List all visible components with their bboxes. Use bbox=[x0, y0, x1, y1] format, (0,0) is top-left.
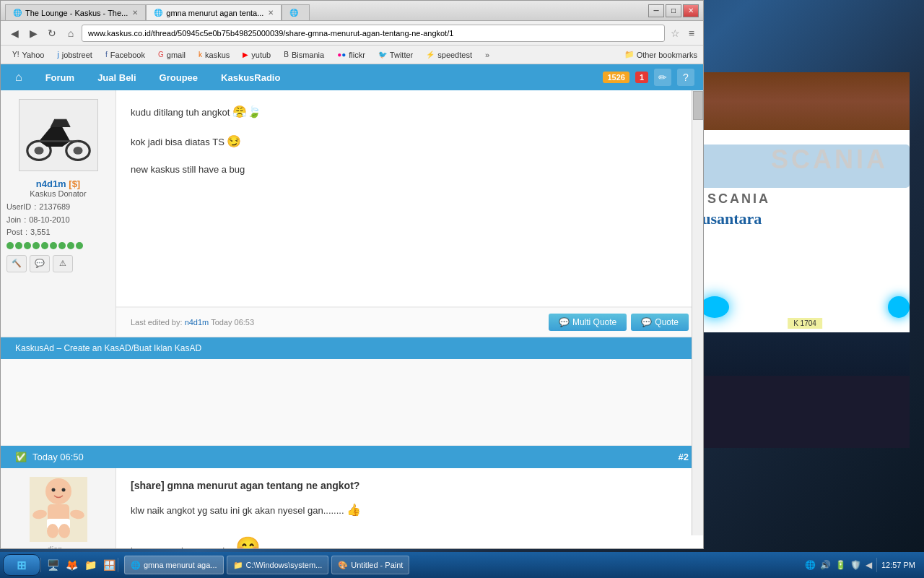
windows-icon[interactable]: 🪟 bbox=[100, 556, 118, 574]
taskbar-item-explorer[interactable]: 📁 C:\Windows\system... bbox=[227, 556, 329, 574]
kaskus-forum-link[interactable]: Forum bbox=[40, 69, 80, 86]
maximize-button[interactable]: □ bbox=[666, 4, 681, 17]
taskbar-item-paint[interactable]: 🎨 Untitled - Paint bbox=[331, 556, 409, 574]
main-content: n4d1m [$] Kaskus Donator UserID : 213768… bbox=[1, 90, 703, 548]
post1-body: kudu ditilang tuh angkot 😤🍃 kok jadi bis… bbox=[116, 90, 703, 307]
refresh-button[interactable]: ↻ bbox=[44, 25, 60, 41]
antivirus-tray-icon[interactable]: 🛡️ bbox=[850, 560, 861, 570]
yahoo-icon: Y! bbox=[12, 51, 19, 59]
tab-2[interactable]: 🌐 gmna menurut agan tenta... ✕ bbox=[146, 4, 282, 20]
battery-tray-icon[interactable]: 🔋 bbox=[835, 560, 846, 570]
svg-point-3 bbox=[34, 147, 43, 155]
tab1-icon: 🌐 bbox=[13, 9, 22, 17]
tab-3[interactable]: 🌐 bbox=[282, 4, 310, 20]
bookmark-speedtest[interactable]: ⚡ speedtest bbox=[420, 49, 478, 61]
flickr-icon: ●● bbox=[337, 51, 346, 59]
tray-separator bbox=[876, 558, 877, 572]
user-action-3[interactable]: ⚠ bbox=[53, 255, 73, 272]
tab2-close[interactable]: ✕ bbox=[268, 9, 274, 17]
taskbar: ⊞ 🖥️ 🦊 📁 🪟 🌐 gmna menurut aga... 📁 C:\Wi… bbox=[0, 552, 924, 578]
user-action-2[interactable]: 💬 bbox=[30, 255, 50, 272]
tray-arrow[interactable]: ◀ bbox=[866, 560, 872, 570]
user-action-buttons: 🔨 💬 ⚠ bbox=[6, 255, 110, 272]
user-rank: Kaskus Donator bbox=[6, 189, 110, 198]
post2-header: ✅ Today 06:50 #2 bbox=[1, 446, 703, 468]
rep-dot-2 bbox=[15, 242, 22, 249]
scrollbar-thumb[interactable] bbox=[693, 91, 703, 120]
tab2-icon: 🌐 bbox=[154, 9, 162, 17]
kasad-banner[interactable]: KaskusAd – Create an KasAD/Buat Iklan Ka… bbox=[1, 337, 703, 359]
help-button[interactable]: ? bbox=[677, 69, 694, 86]
post-editor-link[interactable]: n4d1m bbox=[185, 318, 209, 327]
scrollbar-track[interactable] bbox=[692, 90, 703, 535]
baby-avatar bbox=[30, 477, 87, 542]
bookmarks-bar: Y! Yahoo j jobstreet f Facebook G gmail … bbox=[1, 46, 703, 64]
post1-user-sidebar: n4d1m [$] Kaskus Donator UserID : 213768… bbox=[1, 90, 116, 337]
bookmark-star[interactable]: ☆ bbox=[668, 27, 683, 39]
tab-1[interactable]: 🌐 The Lounge - Kaskus - The... ✕ bbox=[5, 4, 146, 20]
kaskus-groupee-link[interactable]: Groupee bbox=[154, 69, 204, 86]
jobstreet-icon: j bbox=[57, 51, 58, 59]
show-desktop-icon[interactable]: 🖥️ bbox=[44, 556, 61, 574]
kaskus-home-button[interactable]: ⌂ bbox=[9, 68, 28, 87]
post1-footer: Last edited by: n4d1m Today 06:53 💬 Mult… bbox=[116, 307, 703, 337]
bookmark-bismania[interactable]: B Bismania bbox=[278, 49, 330, 61]
bookmark-gmail[interactable]: G gmail bbox=[152, 49, 191, 61]
bookmark-yahoo[interactable]: Y! Yahoo bbox=[6, 49, 50, 61]
post2-time-icon: ✅ bbox=[15, 452, 27, 462]
quick-launch-icons: 🖥️ 🦊 📁 🪟 bbox=[44, 556, 118, 574]
post2-user-sidebar: diep... bbox=[1, 468, 116, 548]
browser-task-icon: 🌐 bbox=[131, 561, 141, 570]
address-bar[interactable] bbox=[82, 25, 665, 42]
taskbar-item-browser[interactable]: 🌐 gmna menurut aga... bbox=[124, 556, 224, 574]
post-action-buttons: 💬 Multi Quote 💬 Quote bbox=[549, 314, 689, 331]
chrome-menu[interactable]: ≡ bbox=[686, 27, 697, 39]
back-button[interactable]: ◀ bbox=[6, 25, 22, 41]
paint-task-icon: 🎨 bbox=[338, 561, 348, 570]
bookmark-kaskus[interactable]: k kaskus bbox=[193, 49, 235, 61]
post1-text2: kok jadi bisa diatas TS 😏 bbox=[131, 131, 689, 152]
post2-time: Today 06:50 bbox=[32, 452, 84, 462]
bookmarks-more[interactable]: » bbox=[482, 49, 492, 61]
facebook-icon: f bbox=[105, 51, 108, 59]
forward-button[interactable]: ▶ bbox=[25, 25, 41, 41]
bookmark-facebook[interactable]: f Facebook bbox=[100, 49, 151, 61]
minimize-button[interactable]: ─ bbox=[648, 4, 664, 17]
rep-dot-4 bbox=[32, 242, 40, 249]
bookmark-flickr[interactable]: ●● flickr bbox=[331, 49, 371, 61]
user-info-block: n4d1m [$] Kaskus Donator UserID : 213768… bbox=[6, 178, 110, 272]
browser-window: 🌐 The Lounge - Kaskus - The... ✕ 🌐 gmna … bbox=[0, 0, 704, 549]
tab1-label: The Lounge - Kaskus - The... bbox=[25, 9, 128, 17]
other-bookmarks[interactable]: 📁 Other bookmarks bbox=[624, 50, 697, 59]
post1-text1: kudu ditilang tuh angkot 😤🍃 bbox=[131, 102, 689, 123]
folder-icon[interactable]: 📁 bbox=[82, 556, 99, 574]
bookmark-twitter[interactable]: 🐦 Twitter bbox=[372, 49, 419, 61]
tab1-close[interactable]: ✕ bbox=[132, 9, 138, 17]
quote-button[interactable]: 💬 Quote bbox=[631, 314, 689, 331]
rep-dot-1 bbox=[6, 242, 14, 249]
post2-body: [share] gmna menurut agan tentang ne ang… bbox=[116, 468, 703, 548]
emoji1: 😤🍃 bbox=[232, 105, 261, 118]
multiquote-button[interactable]: 💬 Multi Quote bbox=[549, 314, 627, 331]
close-button[interactable]: ✕ bbox=[683, 4, 699, 17]
rep-dot-8 bbox=[67, 242, 74, 249]
post2-text1: klw naik angkot yg satu ini gk akan nyes… bbox=[131, 500, 689, 521]
bookmark-yutub[interactable]: ▶ yutub bbox=[237, 49, 276, 61]
firefox-icon[interactable]: 🦊 bbox=[63, 556, 80, 574]
notification-count[interactable]: 1526 bbox=[603, 72, 629, 83]
svg-point-5 bbox=[45, 478, 71, 504]
rep-dot-7 bbox=[58, 242, 66, 249]
start-button[interactable]: ⊞ bbox=[3, 554, 40, 576]
content-area: n4d1m [$] Kaskus Donator UserID : 213768… bbox=[1, 90, 703, 548]
compose-button[interactable]: ✏ bbox=[654, 69, 671, 86]
bookmark-jobstreet[interactable]: j jobstreet bbox=[51, 49, 97, 61]
alert-badge[interactable]: 1 bbox=[635, 72, 648, 83]
post2-container: diep... [share] gmna menurut agan tentan… bbox=[1, 468, 703, 548]
network-tray-icon[interactable]: 🌐 bbox=[805, 560, 816, 570]
volume-tray-icon[interactable]: 🔊 bbox=[820, 560, 831, 570]
kaskus-radio-link[interactable]: KaskusRadio bbox=[215, 69, 286, 86]
home-button[interactable]: ⌂ bbox=[63, 25, 79, 41]
kaskus-jualbeli-link[interactable]: Jual Beli bbox=[92, 69, 141, 86]
user-action-1[interactable]: 🔨 bbox=[6, 255, 27, 272]
username[interactable]: n4d1m [$] bbox=[36, 178, 80, 189]
